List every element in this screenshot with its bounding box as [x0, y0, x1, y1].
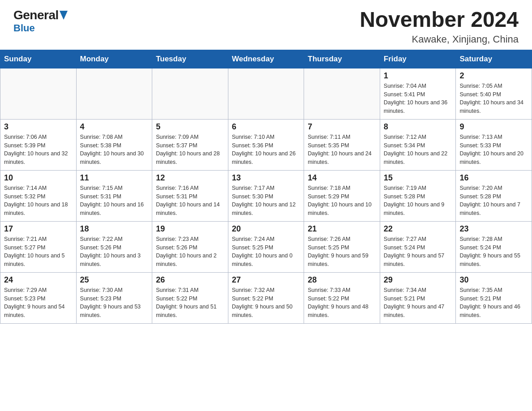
- day-info: Sunrise: 7:12 AMSunset: 5:34 PMDaylight:…: [384, 133, 452, 167]
- calendar-wrapper: Sunday Monday Tuesday Wednesday Thursday…: [0, 50, 532, 333]
- day-number: 28: [308, 275, 376, 285]
- day-cell-1-5: 8Sunrise: 7:12 AMSunset: 5:34 PMDaylight…: [380, 119, 456, 170]
- day-cell-2-1: 11Sunrise: 7:15 AMSunset: 5:31 PMDayligh…: [76, 170, 152, 221]
- header-monday: Monday: [76, 50, 152, 68]
- day-cell-2-5: 15Sunrise: 7:19 AMSunset: 5:28 PMDayligh…: [380, 170, 456, 221]
- day-info: Sunrise: 7:11 AMSunset: 5:35 PMDaylight:…: [308, 133, 376, 167]
- location: Kawake, Xinjiang, China: [360, 34, 519, 45]
- day-cell-3-0: 17Sunrise: 7:21 AMSunset: 5:27 PMDayligh…: [0, 221, 77, 272]
- day-cell-1-6: 9Sunrise: 7:13 AMSunset: 5:33 PMDaylight…: [456, 119, 532, 170]
- day-cell-4-4: 28Sunrise: 7:33 AMSunset: 5:22 PMDayligh…: [304, 272, 380, 323]
- logo-general-text: General: [13, 8, 59, 22]
- day-info: Sunrise: 7:09 AMSunset: 5:37 PMDaylight:…: [156, 133, 224, 167]
- week-row-3: 10Sunrise: 7:14 AMSunset: 5:32 PMDayligh…: [0, 170, 532, 221]
- day-info: Sunrise: 7:22 AMSunset: 5:26 PMDaylight:…: [80, 235, 149, 269]
- day-cell-0-4: [304, 68, 380, 119]
- day-cell-0-2: [152, 68, 228, 119]
- day-info: Sunrise: 7:34 AMSunset: 5:21 PMDaylight:…: [384, 286, 452, 320]
- logo-blue-text: Blue: [13, 22, 35, 34]
- day-cell-0-5: 1Sunrise: 7:04 AMSunset: 5:41 PMDaylight…: [380, 68, 456, 119]
- day-info: Sunrise: 7:27 AMSunset: 5:24 PMDaylight:…: [384, 235, 452, 269]
- day-number: 25: [80, 275, 149, 285]
- header-wednesday: Wednesday: [228, 50, 304, 68]
- day-number: 17: [4, 224, 73, 234]
- day-number: 9: [459, 122, 528, 132]
- day-info: Sunrise: 7:08 AMSunset: 5:38 PMDaylight:…: [80, 133, 149, 167]
- day-cell-4-5: 29Sunrise: 7:34 AMSunset: 5:21 PMDayligh…: [380, 272, 456, 323]
- day-cell-3-5: 22Sunrise: 7:27 AMSunset: 5:24 PMDayligh…: [380, 221, 456, 272]
- day-info: Sunrise: 7:20 AMSunset: 5:28 PMDaylight:…: [459, 184, 528, 218]
- day-cell-0-0: [0, 68, 77, 119]
- day-number: 22: [384, 224, 452, 234]
- day-info: Sunrise: 7:05 AMSunset: 5:40 PMDaylight:…: [459, 82, 528, 116]
- day-info: Sunrise: 7:15 AMSunset: 5:31 PMDaylight:…: [80, 184, 149, 218]
- day-number: 23: [459, 224, 528, 234]
- day-cell-3-3: 20Sunrise: 7:24 AMSunset: 5:25 PMDayligh…: [228, 221, 304, 272]
- day-number: 10: [4, 173, 73, 183]
- day-cell-4-2: 26Sunrise: 7:31 AMSunset: 5:22 PMDayligh…: [152, 272, 228, 323]
- day-info: Sunrise: 7:23 AMSunset: 5:26 PMDaylight:…: [156, 235, 224, 269]
- day-cell-2-6: 16Sunrise: 7:20 AMSunset: 5:28 PMDayligh…: [456, 170, 532, 221]
- day-number: 19: [156, 224, 224, 234]
- day-number: 6: [232, 122, 300, 132]
- day-cell-4-0: 24Sunrise: 7:29 AMSunset: 5:23 PMDayligh…: [0, 272, 77, 323]
- day-number: 8: [384, 122, 452, 132]
- logo: General Blue: [13, 8, 68, 34]
- day-number: 4: [80, 122, 149, 132]
- day-number: 18: [80, 224, 149, 234]
- day-number: 13: [232, 173, 300, 183]
- day-cell-4-3: 27Sunrise: 7:32 AMSunset: 5:22 PMDayligh…: [228, 272, 304, 323]
- header-saturday: Saturday: [456, 50, 532, 68]
- day-info: Sunrise: 7:04 AMSunset: 5:41 PMDaylight:…: [384, 82, 452, 116]
- day-info: Sunrise: 7:33 AMSunset: 5:22 PMDaylight:…: [308, 286, 376, 320]
- day-number: 29: [384, 275, 452, 285]
- day-info: Sunrise: 7:16 AMSunset: 5:31 PMDaylight:…: [156, 184, 224, 218]
- day-number: 21: [308, 224, 376, 234]
- day-cell-2-3: 13Sunrise: 7:17 AMSunset: 5:30 PMDayligh…: [228, 170, 304, 221]
- week-row-2: 3Sunrise: 7:06 AMSunset: 5:39 PMDaylight…: [0, 119, 532, 170]
- day-number: 30: [459, 275, 528, 285]
- day-cell-2-0: 10Sunrise: 7:14 AMSunset: 5:32 PMDayligh…: [0, 170, 77, 221]
- day-number: 20: [232, 224, 300, 234]
- day-cell-2-4: 14Sunrise: 7:18 AMSunset: 5:29 PMDayligh…: [304, 170, 380, 221]
- day-info: Sunrise: 7:29 AMSunset: 5:23 PMDaylight:…: [4, 286, 73, 320]
- week-row-1: 1Sunrise: 7:04 AMSunset: 5:41 PMDaylight…: [0, 68, 532, 119]
- header-friday: Friday: [380, 50, 456, 68]
- day-info: Sunrise: 7:30 AMSunset: 5:23 PMDaylight:…: [80, 286, 149, 320]
- day-info: Sunrise: 7:26 AMSunset: 5:25 PMDaylight:…: [308, 235, 376, 269]
- day-number: 3: [4, 122, 73, 132]
- day-info: Sunrise: 7:17 AMSunset: 5:30 PMDaylight:…: [232, 184, 300, 218]
- day-cell-3-4: 21Sunrise: 7:26 AMSunset: 5:25 PMDayligh…: [304, 221, 380, 272]
- day-number: 11: [80, 173, 149, 183]
- day-info: Sunrise: 7:35 AMSunset: 5:21 PMDaylight:…: [459, 286, 528, 320]
- header-tuesday: Tuesday: [152, 50, 228, 68]
- day-cell-4-6: 30Sunrise: 7:35 AMSunset: 5:21 PMDayligh…: [456, 272, 532, 323]
- weekday-header-row: Sunday Monday Tuesday Wednesday Thursday…: [0, 50, 532, 68]
- day-number: 27: [232, 275, 300, 285]
- day-number: 7: [308, 122, 376, 132]
- day-number: 12: [156, 173, 224, 183]
- day-info: Sunrise: 7:13 AMSunset: 5:33 PMDaylight:…: [459, 133, 528, 167]
- day-cell-3-1: 18Sunrise: 7:22 AMSunset: 5:26 PMDayligh…: [76, 221, 152, 272]
- day-cell-1-3: 6Sunrise: 7:10 AMSunset: 5:36 PMDaylight…: [228, 119, 304, 170]
- month-title: November 2024: [360, 8, 519, 32]
- day-info: Sunrise: 7:21 AMSunset: 5:27 PMDaylight:…: [4, 235, 73, 269]
- day-info: Sunrise: 7:06 AMSunset: 5:39 PMDaylight:…: [4, 133, 73, 167]
- day-cell-0-6: 2Sunrise: 7:05 AMSunset: 5:40 PMDaylight…: [456, 68, 532, 119]
- week-row-4: 17Sunrise: 7:21 AMSunset: 5:27 PMDayligh…: [0, 221, 532, 272]
- calendar-table: Sunday Monday Tuesday Wednesday Thursday…: [0, 50, 532, 324]
- day-info: Sunrise: 7:18 AMSunset: 5:29 PMDaylight:…: [308, 184, 376, 218]
- header-sunday: Sunday: [0, 50, 77, 68]
- day-number: 26: [156, 275, 224, 285]
- day-cell-3-2: 19Sunrise: 7:23 AMSunset: 5:26 PMDayligh…: [152, 221, 228, 272]
- day-info: Sunrise: 7:19 AMSunset: 5:28 PMDaylight:…: [384, 184, 452, 218]
- day-number: 24: [4, 275, 73, 285]
- day-info: Sunrise: 7:31 AMSunset: 5:22 PMDaylight:…: [156, 286, 224, 320]
- day-number: 1: [384, 71, 452, 81]
- page-header: General Blue November 2024 Kawake, Xinji…: [0, 0, 532, 50]
- day-cell-4-1: 25Sunrise: 7:30 AMSunset: 5:23 PMDayligh…: [76, 272, 152, 323]
- day-cell-3-6: 23Sunrise: 7:28 AMSunset: 5:24 PMDayligh…: [456, 221, 532, 272]
- day-number: 5: [156, 122, 224, 132]
- day-cell-0-3: [228, 68, 304, 119]
- day-cell-1-2: 5Sunrise: 7:09 AMSunset: 5:37 PMDaylight…: [152, 119, 228, 170]
